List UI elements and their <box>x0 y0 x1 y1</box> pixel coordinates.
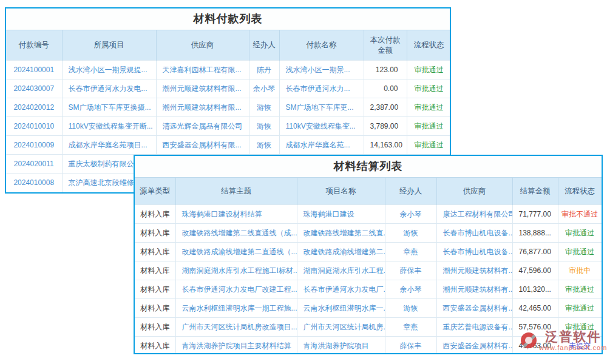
cell-link[interactable]: 潮州元顺建筑材料有限... <box>156 79 249 98</box>
cell-link[interactable]: 长春市伊通河水力发电厂... <box>297 280 385 299</box>
cell-link[interactable]: 改建铁路线增建第二线直... <box>297 224 385 243</box>
cell-link[interactable]: 西安盛器金属材料有... <box>436 299 512 318</box>
cell-link[interactable]: 章燕 <box>385 318 436 337</box>
table-row[interactable]: 2024030007长春市伊通河水力发电...潮州元顺建筑材料有限...余小琴长… <box>6 79 451 98</box>
cell-link[interactable]: 潮州元顺建筑材料有限... <box>156 98 249 117</box>
cell-link[interactable]: 天津嘉利园林工程有限... <box>156 61 249 79</box>
cell-link[interactable]: 浅水湾小区一期景观提... <box>62 61 156 79</box>
cell-link[interactable]: 珠海鹤港口建设材料结算 <box>175 205 297 224</box>
table-row[interactable]: 材料入库青海洪湖养护院项目主要材料结算青海洪湖养护院项目薛保丰西安盛器金属材料有… <box>135 337 602 355</box>
cell-link[interactable]: 2024010010 <box>6 117 62 136</box>
cell-link[interactable]: 110kV安徽线程集变... <box>279 117 364 136</box>
cell: 材料入库 <box>135 224 175 243</box>
cell-link[interactable]: 浅水湾小区一期景... <box>279 61 364 79</box>
cell-link[interactable]: 2024100001 <box>6 61 62 79</box>
cell: 0.00 <box>364 79 407 98</box>
table-row[interactable]: 材料入库湖南洞庭湖水库引水工程施工I标材...湖南洞庭湖水库引水工程...薛保丰… <box>135 261 602 280</box>
cell-link[interactable]: 2024030007 <box>6 79 62 98</box>
settlement-table: 源单类型结算主题项目名称经办人供应商结算金额流程状态 材料入库珠海鹤港口建设材料… <box>135 177 602 354</box>
cell-link[interactable]: 余小琴 <box>385 280 436 299</box>
cell-link[interactable]: 长春市伊通河水力发电... <box>62 79 156 98</box>
cell-link[interactable]: 成都水岸华庭名苑项目... <box>62 136 156 155</box>
cell-link[interactable]: 薛保丰 <box>385 337 436 355</box>
cell-link[interactable]: 云南水利枢纽潜明水库一期工程施... <box>175 299 297 318</box>
cell-link[interactable]: 潮州元顺建筑材料有... <box>436 280 512 299</box>
status-text: 审批中 <box>558 261 602 280</box>
cell-link[interactable]: 游恢 <box>385 299 436 318</box>
table-row[interactable]: 材料入库长春市伊通河水力发电厂改建工程...长春市伊通河水力发电厂...余小琴潮… <box>135 280 602 299</box>
cell-link[interactable]: 广州市天河区统计局机房... <box>297 318 385 337</box>
cell-link[interactable]: 重庆艺普电源设备有... <box>436 318 512 337</box>
cell-link[interactable]: 西安盛器金属材料有... <box>436 337 512 355</box>
cell-link[interactable]: 长春市博山机电设备... <box>436 224 512 243</box>
cell-link[interactable]: 康达工程材料有限公司 <box>436 205 512 224</box>
column-header: 供应商 <box>436 178 512 205</box>
table-row[interactable]: 2024020012SM广场地下车库更换摄...潮州元顺建筑材料有限...游恢S… <box>6 98 451 117</box>
cell-link[interactable]: 云南水利枢纽潜明水库一... <box>297 299 385 318</box>
cell-link[interactable]: 成都水岸华庭名苑... <box>279 136 364 155</box>
cell-link[interactable]: SM广场地下车库更... <box>279 98 364 117</box>
cell: 101,320... <box>512 280 558 299</box>
cell-link[interactable]: 西安盛器金属材料有限... <box>156 136 249 155</box>
cell-link[interactable]: 改建铁路线增建第二线直通线（成... <box>175 224 297 243</box>
cell-link[interactable]: 薛保丰 <box>385 261 436 280</box>
cell-link[interactable]: 2024020012 <box>6 98 62 117</box>
status-text: 审批通过 <box>407 117 451 136</box>
cell-link[interactable]: 110kV安徽线程集变开断... <box>62 117 156 136</box>
cell: 47,596.00 <box>512 261 558 280</box>
table-row[interactable]: 材料入库珠海鹤港口建设材料结算珠海鹤港口建设余小琴康达工程材料有限公司71,77… <box>135 205 602 224</box>
cell-link[interactable]: 2024010008 <box>6 174 62 192</box>
cell-link[interactable]: 长春市伊通河水力发电厂改建工程... <box>175 280 297 299</box>
cell: 42,465.00 <box>512 299 558 318</box>
cell-link[interactable]: 2024010009 <box>6 136 62 155</box>
cell-link[interactable]: 改建铁路成渝线增建第二直通线（... <box>175 243 297 261</box>
cell: 材料入库 <box>135 280 175 299</box>
status-text: 审批通过 <box>407 61 451 79</box>
cell-link[interactable]: 青海洪湖养护院项目 <box>297 337 385 355</box>
cell-link[interactable]: SM广场地下车库更换摄... <box>62 98 156 117</box>
status-text: 审批通过 <box>558 280 602 299</box>
table-row[interactable]: 2024010010110kV安徽线程集变开断...清远光辉金属品有限公司游恢1… <box>6 117 451 136</box>
cell-link[interactable]: 湖南洞庭湖水库引水工程施工I标材... <box>175 261 297 280</box>
table-row[interactable]: 材料入库云南水利枢纽潜明水库一期工程施...云南水利枢纽潜明水库一...游恢西安… <box>135 299 602 318</box>
cell: 材料入库 <box>135 205 175 224</box>
cell-link[interactable]: 湖南洞庭湖水库引水工程... <box>297 261 385 280</box>
column-header: 本次付款 金额 <box>364 30 407 61</box>
cell-link[interactable]: 游恢 <box>385 224 436 243</box>
cell-link[interactable]: 陈丹 <box>249 61 279 79</box>
cell-link[interactable]: 余小琴 <box>249 79 279 98</box>
cell: 材料入库 <box>135 337 175 355</box>
table-row[interactable]: 2024100001浅水湾小区一期景观提...天津嘉利园林工程有限...陈丹浅水… <box>6 61 451 79</box>
payment-list-title: 材料付款列表 <box>6 8 450 30</box>
cell-link[interactable]: 清远光辉金属品有限公司 <box>156 117 249 136</box>
cell: 材料入库 <box>135 261 175 280</box>
cell: 76,877.00 <box>512 243 558 261</box>
cell-link[interactable]: 青海洪湖养护院项目主要材料结算 <box>175 337 297 355</box>
column-header: 项目名称 <box>297 178 385 205</box>
table-row[interactable]: 材料入库改建铁路成渝线增建第二直通线（...改建铁路成渝线增建第二...章燕长春… <box>135 243 602 261</box>
table-row[interactable]: 2024010009成都水岸华庭名苑项目...西安盛器金属材料有限...游恢成都… <box>6 136 451 155</box>
cell-link[interactable]: 改建铁路成渝线增建第二... <box>297 243 385 261</box>
column-header: 付款名称 <box>279 30 364 61</box>
status-text: 审批通过 <box>558 224 602 243</box>
column-header: 结算主题 <box>175 178 297 205</box>
cell-link[interactable]: 余小琴 <box>385 205 436 224</box>
table-row[interactable]: 材料入库广州市天河区统计局机房改造项目...广州市天河区统计局机房...章燕重庆… <box>135 318 602 337</box>
status-text: 审批通过 <box>407 79 451 98</box>
cell: 2,387.00 <box>364 98 407 117</box>
table-row[interactable]: 材料入库改建铁路线增建第二线直通线（成...改建铁路线增建第二线直...游恢长春… <box>135 224 602 243</box>
cell: 3,789.00 <box>364 117 407 136</box>
cell: 材料入库 <box>135 243 175 261</box>
cell-link[interactable]: 2024020011 <box>6 155 62 174</box>
cell-link[interactable]: 潮州元顺建筑材料有... <box>436 261 512 280</box>
cell-link[interactable]: 广州市天河区统计局机房改造项目... <box>175 318 297 337</box>
cell-link[interactable]: 章燕 <box>385 243 436 261</box>
cell-link[interactable]: 游恢 <box>249 117 279 136</box>
cell: 材料入库 <box>135 318 175 337</box>
cell-link[interactable]: 长春市博山机电设备... <box>436 243 512 261</box>
cell-link[interactable]: 珠海鹤港口建设 <box>297 205 385 224</box>
cell-link[interactable]: 长春市伊通河水力... <box>279 79 364 98</box>
cell-link[interactable]: 游恢 <box>249 98 279 117</box>
status-text: 审批通过 <box>407 136 451 155</box>
cell-link[interactable]: 游恢 <box>249 136 279 155</box>
